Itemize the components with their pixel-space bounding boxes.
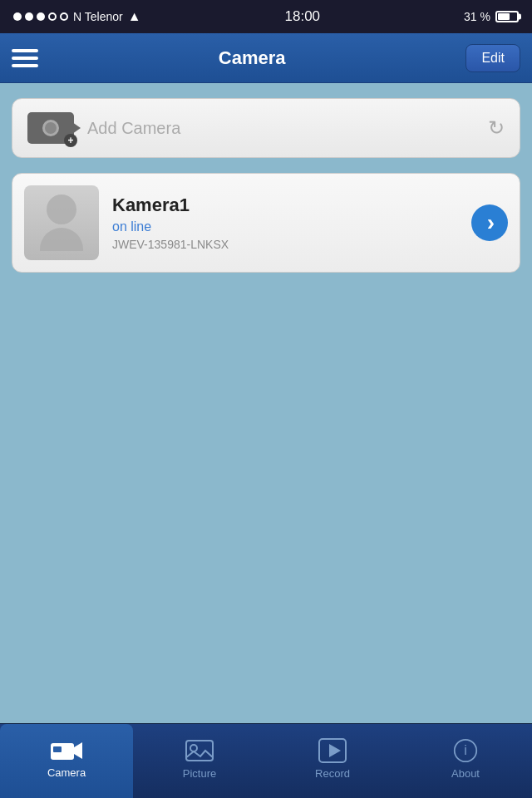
plus-icon: + (64, 134, 77, 147)
camera-lens (42, 120, 59, 136)
svg-rect-2 (53, 746, 62, 752)
battery-icon (495, 11, 519, 22)
signal-dot-1 (13, 12, 22, 21)
svg-rect-3 (186, 741, 213, 761)
signal-dot-2 (25, 12, 33, 21)
camera-avatar (24, 185, 99, 260)
svg-marker-6 (329, 744, 341, 757)
svg-marker-1 (74, 742, 82, 759)
tab-about[interactable]: i About (399, 724, 532, 798)
status-right: 31 % (464, 10, 519, 23)
camera-name: Kamera1 (112, 195, 471, 216)
camera-tab-icon (51, 739, 82, 762)
menu-line-1 (12, 49, 38, 52)
tab-camera[interactable]: Camera (0, 724, 133, 798)
about-tab-icon: i (451, 738, 480, 763)
record-tab-icon (318, 738, 347, 763)
camera-item[interactable]: Kamera1 on line JWEV-135981-LNKSX (12, 173, 520, 273)
add-camera-card[interactable]: + Add Camera ↻ (12, 98, 520, 158)
tab-bar: Camera Picture Record i About (0, 723, 532, 798)
signal-dots (13, 12, 68, 21)
tab-about-label: About (451, 767, 480, 780)
status-left: N Telenor ▲ (13, 9, 141, 24)
camera-info: Kamera1 on line JWEV-135981-LNKSX (112, 195, 471, 251)
avatar-person (40, 195, 83, 251)
tab-record[interactable]: Record (266, 724, 399, 798)
signal-dot-3 (37, 12, 45, 21)
tab-camera-label: Camera (47, 766, 86, 779)
main-content: + Add Camera ↻ Kamera1 on line JWEV-1359… (0, 83, 532, 723)
battery-fill (498, 13, 510, 20)
time-label: 18:00 (285, 8, 321, 25)
page-title: Camera (219, 47, 286, 69)
picture-tab-icon (185, 738, 214, 763)
tab-record-label: Record (315, 767, 350, 780)
nav-bar: Camera Edit (0, 33, 532, 83)
signal-dot-5 (60, 12, 68, 21)
status-bar: N Telenor ▲ 18:00 31 % (0, 0, 532, 33)
add-camera-icon: + (27, 112, 74, 144)
battery-percent: 31 % (464, 10, 490, 23)
menu-line-3 (12, 64, 38, 67)
signal-dot-4 (48, 12, 57, 21)
tab-picture-label: Picture (183, 767, 216, 780)
camera-chevron-button[interactable] (471, 204, 508, 241)
camera-id: JWEV-135981-LNKSX (112, 238, 471, 251)
avatar-body (40, 228, 83, 251)
carrier-label: N Telenor (73, 10, 123, 23)
camera-status: on line (112, 219, 471, 234)
wifi-icon: ▲ (128, 9, 141, 24)
avatar-head (47, 195, 76, 224)
edit-button[interactable]: Edit (466, 44, 520, 72)
refresh-icon[interactable]: ↻ (488, 116, 505, 140)
menu-icon[interactable] (12, 49, 38, 67)
menu-line-2 (12, 57, 38, 60)
add-camera-label: Add Camera (87, 119, 488, 138)
svg-text:i: i (464, 743, 467, 757)
tab-picture[interactable]: Picture (133, 724, 266, 798)
